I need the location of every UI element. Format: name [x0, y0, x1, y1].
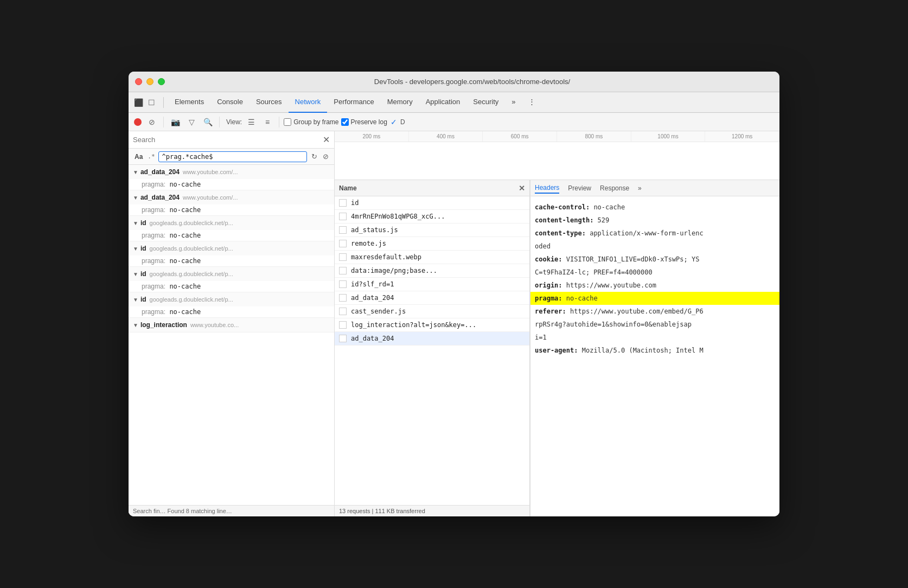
network-checkbox-1[interactable]: [339, 213, 347, 220]
result-group-6: ▼ log_interaction www.youtube.co...: [129, 318, 334, 333]
close-button[interactable]: [135, 78, 142, 85]
minimize-button[interactable]: [146, 78, 154, 85]
result-url-4: googleads.g.doubleclick.net/p...: [150, 271, 233, 277]
network-item-9[interactable]: log_interaction?alt=json&key=...: [335, 318, 529, 332]
network-checkbox-4[interactable]: [339, 253, 347, 261]
network-item-2[interactable]: ad_status.js: [335, 223, 529, 237]
network-checkbox-0[interactable]: [339, 199, 347, 207]
network-checkbox-6[interactable]: [339, 280, 347, 288]
group-by-frame-group: Group by frame: [284, 118, 338, 126]
search-bar: ✕: [129, 131, 334, 149]
tab-security[interactable]: Security: [466, 92, 505, 113]
network-item-8[interactable]: cast_sender.js: [335, 305, 529, 318]
network-item-0[interactable]: id: [335, 196, 529, 210]
waterfall-view-button[interactable]: ≡: [260, 115, 274, 129]
preserve-log-checkbox[interactable]: [341, 118, 349, 126]
result-header-6[interactable]: ▼ log_interaction www.youtube.co...: [129, 318, 334, 332]
header-row-4: cookie: VISITOR_INFO1_LIVE=dDk0-xTswPs; …: [535, 253, 775, 266]
network-toolbar: ⊘ 📷 ▽ 🔍 View: ☰ ≡ Group by frame Preserv…: [129, 113, 779, 131]
header-key-1: content-length:: [535, 216, 593, 224]
camera-button[interactable]: 📷: [168, 115, 182, 129]
network-item-name-5: data:image/png;base...: [351, 267, 525, 274]
result-name-0: ad_data_204: [140, 168, 180, 176]
result-arrow-4: ▼: [133, 271, 138, 277]
response-tab[interactable]: Response: [600, 183, 629, 193]
result-group-4: ▼ id googleads.g.doubleclick.net/p... pr…: [129, 267, 334, 292]
maximize-button[interactable]: [158, 78, 165, 85]
regex-button[interactable]: .*: [148, 153, 155, 160]
header-row-7: pragma: no-cache: [530, 292, 779, 305]
network-item-name-9: log_interaction?alt=json&key=...: [351, 321, 525, 329]
filter-button[interactable]: ▽: [184, 115, 199, 129]
tab-application[interactable]: Application: [419, 92, 467, 113]
tab-performance[interactable]: Performance: [327, 92, 380, 113]
network-close-button[interactable]: ✕: [519, 184, 525, 193]
result-header-3[interactable]: ▼ id googleads.g.doubleclick.net/p...: [129, 241, 334, 255]
inspect-icon[interactable]: ⬛: [133, 97, 144, 108]
result-arrow-5: ▼: [133, 297, 138, 303]
result-header-2[interactable]: ▼ id googleads.g.doubleclick.net/p...: [129, 216, 334, 230]
network-item-name-1: 4mrRnEPnWo81qWPG8_xcG...: [351, 213, 525, 220]
stop-button[interactable]: ⊘: [145, 115, 159, 129]
network-item-3[interactable]: remote.js: [335, 237, 529, 251]
tab-menu[interactable]: ⋮: [522, 92, 542, 113]
network-item-10[interactable]: ad_data_204: [335, 332, 529, 346]
network-name-col: Name: [339, 184, 519, 192]
header-key-7: pragma:: [535, 295, 562, 302]
result-key-2: pragma:: [142, 232, 165, 239]
tab-console[interactable]: Console: [210, 92, 250, 113]
network-checkbox-2[interactable]: [339, 226, 347, 234]
preserve-log-label: Preserve log: [351, 118, 387, 126]
cancel-filter-button[interactable]: ⊘: [322, 151, 330, 162]
network-checkbox-10[interactable]: [339, 335, 347, 342]
result-detail-3: pragma: no-cache: [129, 255, 334, 266]
tab-elements[interactable]: Elements: [168, 92, 210, 113]
group-by-frame-checkbox[interactable]: [284, 118, 291, 126]
result-group-2: ▼ id googleads.g.doubleclick.net/p... pr…: [129, 216, 334, 241]
list-view-button[interactable]: ☰: [244, 115, 258, 129]
headers-tab[interactable]: Headers: [535, 183, 559, 194]
disable-cache-label: D: [400, 118, 405, 126]
tick-0: 200 ms: [335, 131, 409, 142]
network-item-7[interactable]: ad_data_204: [335, 291, 529, 305]
result-group-0: ▼ ad_data_204 www.youtube.com/... pragma…: [129, 165, 334, 190]
network-item-4[interactable]: maxresdefault.webp: [335, 251, 529, 264]
network-item-6[interactable]: id?slf_rd=1: [335, 278, 529, 291]
tick-3: 800 ms: [557, 131, 631, 142]
tab-memory[interactable]: Memory: [381, 92, 419, 113]
result-value-0: no-cache: [169, 181, 201, 188]
network-item-1[interactable]: 4mrRnEPnWo81qWPG8_xcG...: [335, 210, 529, 223]
result-arrow-6: ▼: [133, 322, 138, 328]
refresh-filter-button[interactable]: ↻: [310, 151, 318, 162]
result-header-4[interactable]: ▼ id googleads.g.doubleclick.net/p...: [129, 267, 334, 281]
headers-panel: Headers Preview Response » cache-control…: [530, 180, 779, 516]
device-icon[interactable]: ☐: [146, 97, 157, 108]
search-button[interactable]: 🔍: [201, 115, 215, 129]
preserve-log-group: Preserve log: [341, 118, 387, 126]
search-close-button[interactable]: ✕: [323, 136, 330, 144]
case-sensitive-button[interactable]: Aa: [133, 152, 144, 161]
result-header-0[interactable]: ▼ ad_data_204 www.youtube.com/...: [129, 165, 334, 179]
group-by-frame-label: Group by frame: [293, 118, 338, 126]
tab-more[interactable]: »: [505, 92, 522, 113]
more-tabs[interactable]: »: [638, 183, 642, 193]
network-checkbox-8[interactable]: [339, 308, 347, 315]
result-arrow-2: ▼: [133, 220, 138, 226]
network-checkbox-7[interactable]: [339, 294, 347, 302]
header-row-5: C=t9FhaIZ4-lc; PREF=f4=4000000: [535, 266, 775, 279]
header-row-1: content-length: 529: [535, 214, 775, 227]
result-group-5: ▼ id googleads.g.doubleclick.net/p... pr…: [129, 292, 334, 318]
tab-network[interactable]: Network: [289, 92, 328, 113]
network-checkbox-3[interactable]: [339, 240, 347, 247]
search-input[interactable]: [133, 135, 321, 145]
filter-input[interactable]: [158, 151, 307, 162]
network-checkbox-9[interactable]: [339, 321, 347, 329]
result-header-5[interactable]: ▼ id googleads.g.doubleclick.net/p...: [129, 292, 334, 306]
preview-tab[interactable]: Preview: [568, 183, 591, 193]
network-item-5[interactable]: data:image/png;base...: [335, 264, 529, 278]
tab-sources[interactable]: Sources: [250, 92, 289, 113]
network-checkbox-5[interactable]: [339, 267, 347, 274]
result-header-1[interactable]: ▼ ad_data_204 www.youtube.com/...: [129, 190, 334, 204]
result-name-3: id: [140, 245, 146, 252]
record-button[interactable]: [134, 118, 142, 126]
